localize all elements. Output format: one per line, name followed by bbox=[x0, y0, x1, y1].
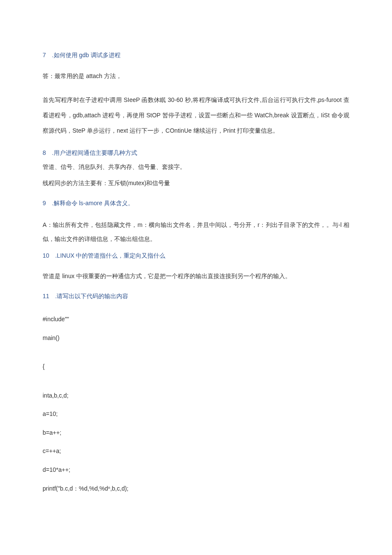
question-title: .解释命令 ls-amore 具体含义。 bbox=[50, 200, 134, 206]
question-title: .LINUX 中的管道指什么，重定向又指什么 bbox=[54, 252, 166, 259]
answer-text: 答：最常用的是 attach 方法， bbox=[43, 70, 349, 82]
document-page: 7 .如何使用 gdb 调试多进程 答：最常用的是 attach 方法， 首先写… bbox=[0, 0, 392, 537]
code-line: #include"" bbox=[43, 315, 349, 324]
code-line: inta,b,c,d; bbox=[43, 392, 349, 400]
code-line: printf("b.c,d：%d,%d,%dⁿ,b,c,d); bbox=[43, 485, 349, 493]
question-11-heading: 11 .请写出以下代码的输出内容 bbox=[43, 292, 349, 301]
question-10-heading: 10 .LINUX 中的管道指什么，重定向又指什么 bbox=[43, 252, 349, 260]
answer-text: 管道是 linux 中很重要的一种通信方式，它是把一个程序的输出直接连接到另一个… bbox=[43, 270, 349, 282]
answer-text: 首先写程序时在子进程中调用 SIeeP 函数休眠 30-60 秒,将程序编译成可… bbox=[43, 92, 349, 139]
code-line: c=++a; bbox=[43, 447, 349, 456]
question-number: 9 bbox=[43, 199, 46, 208]
question-7-heading: 7 .如何使用 gdb 调试多进程 bbox=[43, 51, 349, 60]
code-line: a=10; bbox=[43, 410, 349, 418]
question-8-heading: 8 .用户进程间通信主要哪几种方式 bbox=[43, 149, 349, 157]
answer-text: 管道、信号、消息队列、共享内存、信号量、套接字。 bbox=[43, 161, 349, 173]
question-9-heading: 9 .解释命令 ls-amore 具体含义。 bbox=[43, 199, 349, 208]
answer-text: A：输出所有文件，包括隐藏文件，m：横向输出文件名，并且中间以，号分开，r：列出… bbox=[43, 218, 349, 247]
question-title: .如何使用 gdb 调试多进程 bbox=[50, 52, 121, 58]
question-number: 8 bbox=[43, 149, 46, 157]
question-number: 10 bbox=[43, 252, 49, 260]
question-number: 7 bbox=[43, 51, 46, 60]
question-number: 11 bbox=[43, 292, 49, 301]
code-line: { bbox=[43, 363, 349, 371]
code-line: main() bbox=[43, 334, 349, 343]
code-line: b=a++; bbox=[43, 429, 349, 437]
question-title: .请写出以下代码的输出内容 bbox=[54, 293, 129, 299]
code-line: d=10*a++; bbox=[43, 466, 349, 474]
question-title: .用户进程间通信主要哪几种方式 bbox=[50, 149, 137, 156]
answer-text: 线程同步的方法主要有：互斥锁(mutex)和信号量 bbox=[43, 177, 349, 189]
